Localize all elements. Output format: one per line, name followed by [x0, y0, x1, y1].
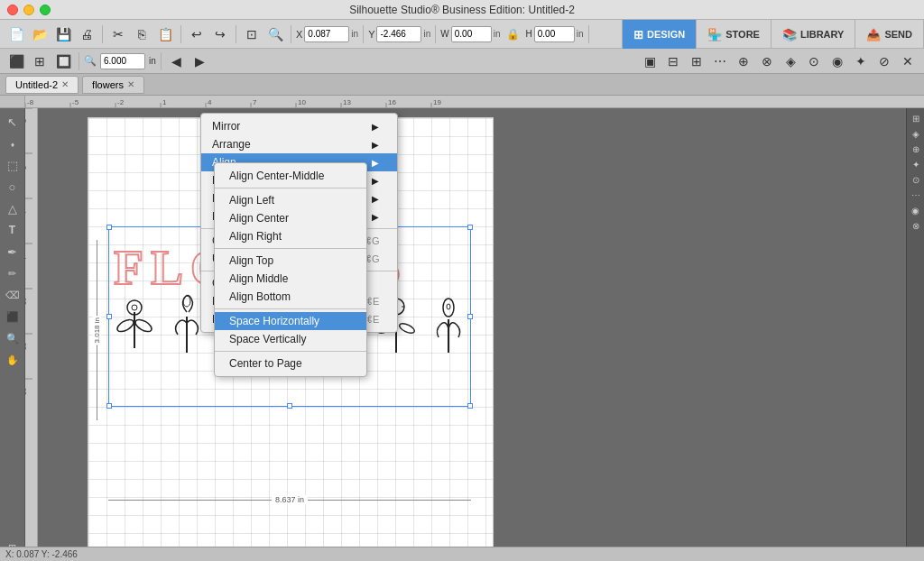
eraser-tool[interactable]: ⌫: [3, 285, 23, 305]
tab-store[interactable]: 🏪 STORE: [696, 20, 771, 49]
tool-4[interactable]: ⋯: [709, 51, 731, 72]
right-tool-3[interactable]: ⊕: [910, 143, 922, 155]
pencil-tool[interactable]: ✏: [3, 263, 23, 283]
document-tab-flowers[interactable]: flowers ✕: [82, 76, 144, 94]
right-tool-7[interactable]: ◉: [910, 204, 922, 216]
submenu-align-left[interactable]: Align Left: [215, 191, 366, 209]
next-page[interactable]: ▶: [189, 51, 211, 72]
submenu-align-top[interactable]: Align Top: [215, 252, 366, 270]
redo-btn[interactable]: ↪: [209, 23, 231, 45]
height-label: 3.018 in: [93, 316, 101, 345]
save-btn[interactable]: 💾: [52, 23, 74, 45]
handle-tl[interactable]: [106, 225, 112, 230]
tool-6[interactable]: ⊗: [756, 51, 778, 72]
right-panel: ⊞ ◈ ⊕ ✦ ⊙ ⋯ ◉ ⊗: [906, 108, 924, 561]
menu-mirror[interactable]: Mirror ▶: [201, 117, 397, 135]
tool-5[interactable]: ⊕: [733, 51, 754, 72]
right-tool-6[interactable]: ⋯: [910, 189, 922, 201]
arrow-tool[interactable]: ↖: [3, 112, 23, 132]
submenu-align-center-middle[interactable]: Align Center-Middle: [215, 167, 366, 185]
grid-btn[interactable]: ⊞: [29, 51, 51, 72]
submenu-center-to-page[interactable]: Center to Page: [215, 354, 366, 372]
w-input[interactable]: [451, 26, 492, 42]
tool-3[interactable]: ⊞: [686, 51, 707, 72]
menu-arrange[interactable]: Arrange ▶: [201, 135, 397, 153]
zoom-in[interactable]: 🔍: [264, 23, 286, 45]
print-btn[interactable]: 🖨: [76, 23, 97, 45]
prev-page[interactable]: ◀: [166, 51, 188, 72]
ellipse-tool[interactable]: ○: [3, 177, 23, 197]
svg-text:-2: -2: [25, 119, 27, 124]
tab-send[interactable]: 📤 SEND: [855, 20, 924, 49]
lock-ratio[interactable]: 🔒: [503, 23, 524, 45]
tab-library[interactable]: 📚 LIBRARY: [771, 20, 855, 49]
handle-bm[interactable]: [287, 403, 292, 409]
copy-btn[interactable]: ⎘: [131, 23, 152, 45]
tool-2[interactable]: ⊟: [662, 51, 684, 72]
zoom-unit: in: [149, 56, 156, 66]
cut-btn[interactable]: ✂: [107, 23, 129, 45]
text-tool[interactable]: T: [3, 220, 23, 240]
w-field: W in: [440, 26, 500, 42]
tool-7[interactable]: ◈: [780, 51, 801, 72]
h-input[interactable]: [534, 26, 575, 42]
right-tool-1[interactable]: ⊞: [910, 112, 922, 124]
tool-11[interactable]: ⊘: [873, 51, 895, 72]
polygon-tool[interactable]: △: [3, 198, 23, 218]
tool-8[interactable]: ⊙: [803, 51, 825, 72]
right-tool-8[interactable]: ⊗: [910, 219, 922, 232]
tab-design-label: DESIGN: [647, 29, 685, 40]
paste-btn[interactable]: 📋: [154, 23, 176, 45]
submenu-space-vertically[interactable]: Space Vertically: [215, 330, 366, 348]
y-input[interactable]: -2.466: [376, 26, 421, 42]
handle-br[interactable]: [467, 403, 473, 409]
handle-tr[interactable]: [467, 225, 473, 230]
snap-btn[interactable]: 🔲: [52, 51, 74, 72]
tool-close[interactable]: ✕: [897, 51, 919, 72]
x-input[interactable]: 0.087: [304, 26, 349, 42]
submenu-space-horizontally[interactable]: Space Horizontally: [215, 312, 366, 330]
svg-text:7: 7: [253, 98, 257, 106]
close-button[interactable]: [7, 5, 18, 15]
submenu-align-center[interactable]: Align Center: [215, 209, 366, 227]
close-tab-flowers[interactable]: ✕: [127, 79, 134, 89]
right-tool-5[interactable]: ⊙: [910, 173, 922, 186]
document-tab-untitled[interactable]: Untitled-2 ✕: [5, 76, 79, 94]
submenu-align-right[interactable]: Align Right: [215, 227, 366, 245]
tool-1[interactable]: ▣: [639, 51, 661, 72]
window-title: Silhouette Studio® Business Edition: Unt…: [349, 4, 575, 16]
handle-bl[interactable]: [106, 403, 112, 409]
open-btn[interactable]: 📂: [29, 23, 51, 45]
align-btn[interactable]: ⬛: [5, 51, 27, 72]
submenu-align-middle[interactable]: Align Middle: [215, 270, 366, 288]
right-tool-2[interactable]: ◈: [910, 127, 922, 140]
zoom-fit[interactable]: ⊡: [241, 23, 263, 45]
minimize-button[interactable]: [23, 5, 34, 15]
shape-tool[interactable]: ⬚: [3, 155, 23, 175]
arrow-icon-rotate: ▶: [372, 176, 379, 186]
svg-text:13: 13: [25, 343, 27, 350]
right-tool-4[interactable]: ✦: [910, 158, 922, 170]
node-tool[interactable]: ⬧: [3, 133, 23, 153]
zoom-input[interactable]: [100, 53, 145, 69]
top-toolbar: 📄 📂 💾 🖨 ✂ ⎘ 📋 ↩ ↪ ⊡ 🔍 X 0.087 in Y -2.46…: [0, 20, 924, 49]
library-icon: 📚: [782, 28, 797, 41]
svg-text:4: 4: [208, 98, 212, 106]
ruler-horizontal: -8 -5 -2 1 4 7 10 13 16 19: [0, 96, 924, 108]
pen-tool[interactable]: ✒: [3, 242, 23, 262]
svg-text:-8: -8: [27, 98, 34, 106]
tool-10[interactable]: ✦: [850, 51, 872, 72]
submenu-align-bottom[interactable]: Align Bottom: [215, 288, 366, 306]
maximize-button[interactable]: [40, 5, 51, 15]
new-btn[interactable]: 📄: [5, 23, 27, 45]
close-tab-untitled[interactable]: ✕: [61, 79, 69, 89]
tab-send-label: SEND: [884, 29, 912, 40]
zoom-tool[interactable]: 🔍: [3, 328, 23, 348]
tab-design[interactable]: ⊞ DESIGN: [622, 20, 696, 49]
tool-9[interactable]: ◉: [827, 51, 848, 72]
fill-tool[interactable]: ⬛: [3, 307, 23, 326]
h-label: H: [526, 29, 532, 39]
undo-btn[interactable]: ↩: [186, 23, 208, 45]
arrow-icon-arrange: ▶: [372, 140, 379, 150]
pan-tool[interactable]: ✋: [3, 350, 23, 370]
